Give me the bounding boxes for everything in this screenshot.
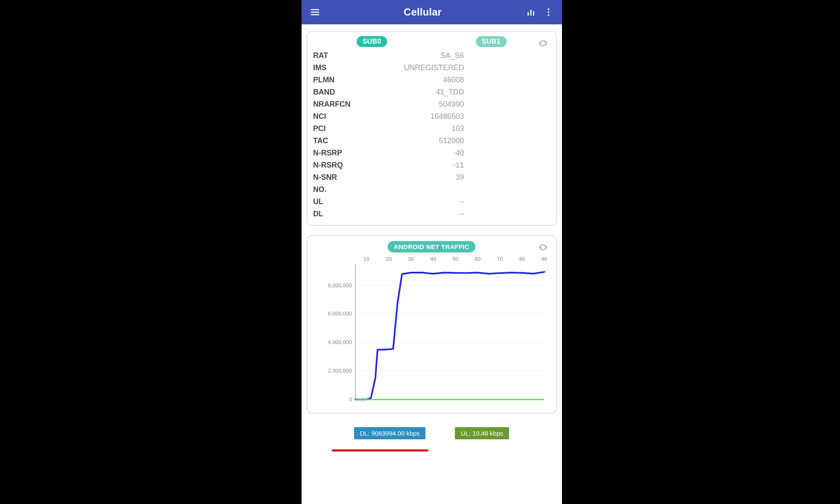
cell-sub1 [473, 110, 554, 123]
cell-sub0: 46008 [392, 74, 473, 86]
cell-key: N-RSRP [309, 147, 393, 159]
cell-sub0: -40 [392, 147, 473, 159]
svg-text:80: 80 [519, 256, 525, 262]
cell-sub0: 512000 [392, 135, 473, 147]
phone-frame: Cellular SUB0 SUB1 [302, 0, 562, 504]
cell-sub0: 103 [392, 123, 473, 135]
svg-point-8 [548, 14, 549, 16]
cell-sub1 [473, 123, 554, 135]
table-row: NRARFCN504990 [309, 98, 554, 110]
visibility-toggle-icon[interactable] [538, 38, 549, 50]
svg-text:0: 0 [349, 396, 352, 402]
cell-sub1 [473, 135, 554, 147]
svg-rect-3 [528, 12, 529, 16]
cell-key: BAND [309, 86, 393, 98]
cell-sub0: -11 [392, 159, 473, 171]
svg-text:6,000,000: 6,000,000 [328, 310, 352, 317]
cell-sub0: -- [392, 196, 473, 208]
cell-key: UL [309, 196, 393, 208]
visibility-toggle-icon[interactable] [538, 242, 549, 255]
table-row: N-RSRQ-11 [309, 159, 554, 171]
table-row: PCI103 [309, 123, 554, 135]
svg-rect-4 [530, 10, 531, 16]
cell-sub1 [473, 208, 554, 220]
table-row: IMSUNREGISTERED [309, 62, 554, 74]
cell-key: DL [309, 208, 393, 220]
cell-sub0: 39 [392, 171, 473, 184]
dl-highlight-underline [332, 449, 428, 452]
svg-rect-5 [533, 11, 534, 16]
cell-sub0: 504990 [392, 98, 473, 110]
svg-text:40: 40 [430, 256, 436, 262]
cell-key: RAT [309, 50, 393, 62]
svg-text:4,000,000: 4,000,000 [328, 339, 352, 345]
cell-sub0: SA_S6 [392, 50, 473, 62]
sub0-tab[interactable]: SUB0 [357, 36, 387, 47]
cell-key: NO. [309, 184, 393, 196]
cell-key: PLMN [309, 74, 393, 86]
cell-key: TAC [309, 135, 393, 147]
table-row: NCI16486503 [309, 110, 554, 123]
chart-legend-row: DL: 9083994.00 kbps UL: 10.46 kbps [307, 423, 557, 441]
svg-point-6 [548, 8, 549, 10]
svg-text:30: 30 [408, 256, 414, 262]
cell-info-card: SUB0 SUB1 RATSA_S6IMSUNREGISTEREDPLMN460… [307, 31, 557, 226]
cell-key: NCI [309, 110, 393, 123]
table-row: N-RSRP-40 [309, 147, 554, 159]
svg-text:90: 90 [541, 256, 547, 262]
cell-key: N-RSRQ [309, 159, 393, 171]
content-area: SUB0 SUB1 RATSA_S6IMSUNREGISTEREDPLMN460… [302, 24, 562, 457]
cell-sub1 [473, 62, 554, 74]
cell-sub1 [473, 74, 554, 86]
svg-text:50: 50 [452, 256, 458, 262]
svg-text:2,000,000: 2,000,000 [328, 368, 352, 374]
cell-sub1 [473, 159, 554, 171]
dl-badge: DL: 9083994.00 kbps [354, 427, 426, 439]
net-traffic-card: ANDROID NET TRAFFIC 10203040506070809002… [307, 235, 557, 414]
app-bar: Cellular [302, 0, 562, 24]
page-title: Cellular [323, 6, 523, 18]
traffic-chart: 10203040506070809002,000,0004,000,0006,0… [307, 253, 556, 413]
cell-sub0: 16486503 [392, 110, 473, 123]
cell-sub1 [473, 196, 554, 208]
svg-text:10: 10 [363, 256, 369, 262]
cell-info-table: RATSA_S6IMSUNREGISTEREDPLMN46008BAND41_T… [309, 50, 554, 220]
chart-title-pill: ANDROID NET TRAFFIC [388, 241, 475, 252]
cell-key: IMS [309, 62, 393, 74]
table-row: BAND41_TDD [309, 86, 554, 98]
cell-sub1 [473, 98, 554, 110]
ul-badge: UL: 10.46 kbps [455, 427, 509, 439]
svg-text:60: 60 [475, 256, 480, 262]
cell-key: PCI [309, 123, 393, 135]
cell-sub1 [473, 86, 554, 98]
menu-icon[interactable] [307, 5, 323, 20]
svg-point-7 [548, 11, 549, 13]
cell-key: N-SNR [309, 171, 393, 184]
table-row: RATSA_S6 [309, 50, 554, 62]
overflow-menu-icon[interactable] [541, 5, 556, 20]
svg-point-9 [542, 42, 543, 44]
cell-key: NRARFCN [309, 98, 393, 110]
cell-sub0 [392, 184, 473, 196]
table-row: PLMN46008 [309, 74, 554, 86]
cell-sub0: 41_TDD [392, 86, 473, 98]
svg-text:20: 20 [386, 256, 391, 262]
table-row: UL-- [309, 196, 554, 208]
svg-text:70: 70 [497, 256, 503, 262]
cell-sub1 [473, 171, 554, 184]
sub1-tab[interactable]: SUB1 [476, 36, 507, 47]
cell-sub0: UNREGISTERED [392, 62, 473, 74]
svg-text:8,000,000: 8,000,000 [328, 282, 352, 289]
table-row: DL-- [309, 208, 554, 220]
svg-point-10 [542, 247, 543, 248]
table-row: TAC512000 [309, 135, 554, 147]
cell-sub1 [473, 147, 554, 159]
cell-sub1 [473, 184, 554, 196]
table-row: N-SNR39 [309, 171, 554, 184]
cell-sub1 [473, 50, 554, 62]
cell-sub0: -- [392, 208, 473, 220]
stats-icon[interactable] [523, 5, 538, 20]
table-row: NO. [309, 184, 554, 196]
